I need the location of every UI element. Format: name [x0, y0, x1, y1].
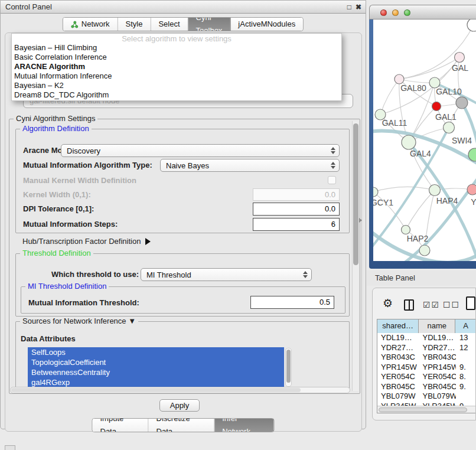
algorithm-option[interactable]: Dream8 DC_TDC Algorithm: [12, 90, 341, 100]
table-cell: YER054C: [377, 372, 419, 382]
apply-button[interactable]: Apply: [159, 399, 200, 412]
table-hscrollbar-thumb[interactable]: [379, 407, 467, 412]
close-traffic-light-icon[interactable]: [380, 9, 387, 16]
network-node[interactable]: [467, 19, 476, 31]
attribute-list-item[interactable]: TopologicalCoefficient: [28, 357, 284, 367]
network-node-hap2[interactable]: [402, 226, 410, 234]
settings-group-title: Cyni Algorithm Settings: [14, 114, 97, 123]
table-cell: YPR145W: [377, 363, 419, 373]
table-cell: YLR345W: [377, 402, 419, 406]
settings-scrollbar[interactable]: [352, 121, 358, 391]
control-panel-tabbar: NetworkStyleSelectCyni ToolboxjActiveMNo…: [63, 17, 304, 31]
tab-jactivemnodules[interactable]: jActiveMNodules: [230, 18, 303, 31]
settings-hscrollbar-thumb[interactable]: [11, 388, 301, 392]
table-row[interactable]: YDR27…YDR27…12: [377, 343, 476, 353]
gear-icon[interactable]: ⚙: [383, 298, 393, 309]
node-label: HAP2: [407, 234, 429, 243]
algorithm-option[interactable]: ARACNE Algorithm: [12, 62, 341, 71]
network-node-gal1[interactable]: [432, 102, 441, 111]
zoom-traffic-light-icon[interactable]: [404, 9, 410, 16]
table-header-row: shared…nameA: [377, 319, 476, 333]
table-cell: YLR345W: [419, 402, 456, 406]
network-node[interactable]: [419, 245, 430, 256]
dpi-tolerance-field[interactable]: 0.0: [253, 203, 340, 216]
bottom-tab-discretize-data[interactable]: Discretize Data: [149, 419, 215, 432]
algorithm-option[interactable]: Mutual Information Inference: [12, 71, 341, 81]
expand-right-icon: [145, 238, 151, 245]
network-node-gal4[interactable]: [402, 135, 416, 149]
table-row[interactable]: YER054CYER054C8.: [377, 372, 476, 382]
hub-tf-definition-toggle[interactable]: Hub/Transcription Factor Definition: [22, 236, 151, 247]
table-hscrollbar[interactable]: [377, 406, 476, 413]
attribute-list-item[interactable]: gal4RGexp: [28, 377, 284, 387]
settings-hscrollbar[interactable]: [10, 387, 350, 393]
bottom-tab-impute-data[interactable]: Impute Data: [93, 419, 149, 432]
tab-cyni-toolbox[interactable]: Cyni Toolbox: [188, 18, 231, 31]
node-attribute-table: shared…nameA YDL19…YDL19…13YDR27…YDR27…1…: [377, 319, 476, 413]
network-canvas[interactable]: GALGAL80GAL10GAL1SWI4GAL11GAL4HAP4YGCY1H…: [373, 19, 476, 261]
minimize-traffic-light-icon[interactable]: [392, 9, 399, 16]
table-cell: YDR27…: [377, 343, 419, 353]
tab-select[interactable]: Select: [151, 18, 188, 31]
node-label: SWI4: [452, 136, 472, 145]
table-row[interactable]: YLR345WYLR345W9.: [377, 402, 476, 406]
control-panel-titlebar: Control Panel □ ✖: [1, 1, 366, 14]
table-column-header[interactable]: shared…: [377, 319, 419, 333]
settings-scrollbar-thumb[interactable]: [353, 123, 358, 265]
columns-icon[interactable]: [404, 299, 414, 311]
document-icon[interactable]: [466, 296, 475, 310]
algorithm-option[interactable]: Bayesian – Hill Climbing: [12, 43, 341, 53]
node-label: GAL: [452, 63, 468, 73]
network-icon: [71, 21, 79, 28]
table-column-header[interactable]: A: [455, 319, 476, 333]
network-node-y[interactable]: [467, 184, 476, 195]
network-edge[interactable]: [373, 187, 435, 192]
tab-network[interactable]: Network: [63, 18, 118, 31]
table-row[interactable]: YDL19…YDL19…13: [377, 333, 476, 343]
algorithm-option[interactable]: Bayesian – K2: [12, 81, 341, 90]
mi-threshold-definition-group: MI Threshold Definition Mutual Informati…: [21, 286, 345, 314]
mi-threshold-field[interactable]: 0.5: [250, 296, 334, 309]
network-edge[interactable]: [399, 57, 459, 79]
attribute-list-item[interactable]: BetweennessCentrality: [28, 367, 284, 377]
network-node-swi4[interactable]: [444, 122, 455, 133]
combo-stepper-icon: [328, 147, 339, 154]
table-row[interactable]: YBL079WYBL079W: [377, 392, 476, 402]
manual-kernel-checkbox[interactable]: [328, 176, 336, 184]
bottom-tab-infer-network[interactable]: Infer Network: [214, 419, 273, 432]
network-node-gal[interactable]: [455, 53, 465, 63]
attributes-scrollbar-thumb[interactable]: [286, 350, 291, 383]
which-threshold-select[interactable]: MI Threshold: [141, 268, 312, 281]
checked-columns-icon[interactable]: ☑☑: [423, 300, 440, 309]
attributes-scrollbar[interactable]: [285, 348, 292, 387]
aracne-mode-select[interactable]: Discovery: [61, 144, 340, 157]
kernel-width-field[interactable]: 0.0: [253, 188, 340, 201]
table-column-header[interactable]: name: [419, 319, 455, 333]
unchecked-columns-icon[interactable]: ☐☐: [443, 300, 460, 309]
close-window-icon[interactable]: ✖: [356, 1, 361, 14]
attribute-list-item[interactable]: SelfLoops: [28, 347, 284, 357]
mi-type-label: Mutual Information Algorithm Type:: [23, 159, 152, 172]
splitter-handle[interactable]: [359, 218, 362, 223]
data-attributes-list[interactable]: SelfLoopsTopologicalCoefficientBetweenne…: [28, 347, 284, 389]
mi-type-select[interactable]: Naive Bayes: [160, 159, 340, 172]
network-node-hap4[interactable]: [429, 185, 441, 196]
tab-style[interactable]: Style: [118, 18, 151, 31]
table-row[interactable]: YPR145WYPR145W9.: [377, 363, 476, 373]
node-label: GAL1: [435, 112, 457, 122]
table-row[interactable]: YBR043CYBR043C: [377, 353, 476, 363]
table-cell: 9.: [456, 402, 476, 406]
table-cell: 8.: [456, 372, 476, 382]
network-node[interactable]: [456, 97, 468, 109]
collapsed-panel-button[interactable]: [5, 445, 15, 450]
data-attributes-label: Data Attributes: [21, 332, 76, 345]
cyni-bottom-tabbar: Impute DataDiscretize DataInfer Network: [92, 418, 275, 432]
network-view-window: GALGAL80GAL10GAL1SWI4GAL11GAL4HAP4YGCY1H…: [369, 5, 476, 269]
sources-group-title[interactable]: Sources for Network Inference ▼: [20, 317, 138, 325]
algorithm-option[interactable]: Basic Correlation Inference: [12, 53, 341, 62]
table-row[interactable]: YBR045CYBR045C9.: [377, 382, 476, 392]
table-cell: YBR043C: [419, 353, 456, 363]
network-node-gal80[interactable]: [395, 74, 404, 84]
mi-steps-field[interactable]: 6: [253, 218, 340, 231]
float-window-icon[interactable]: □: [347, 1, 351, 14]
